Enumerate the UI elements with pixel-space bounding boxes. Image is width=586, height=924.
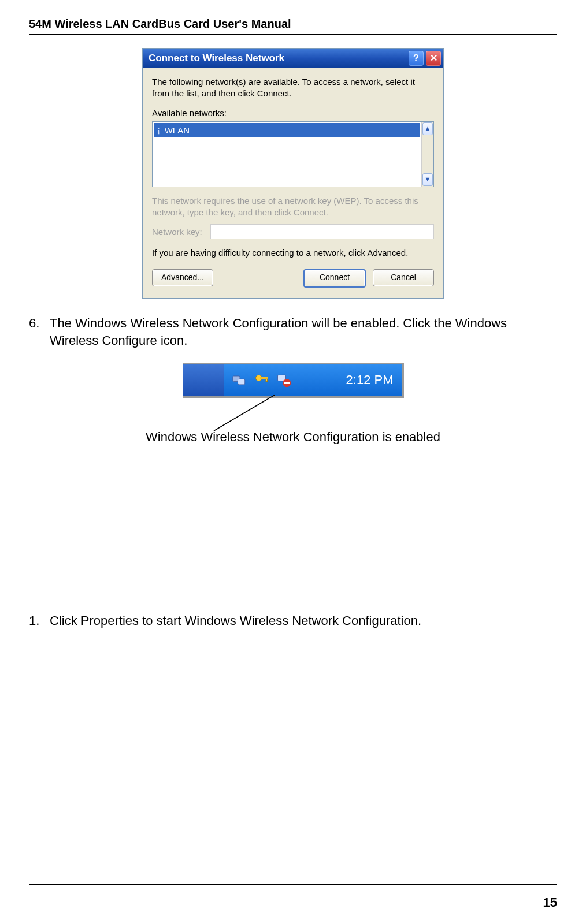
close-button[interactable]: ✕ (426, 51, 441, 66)
page-header-title: 54M Wireless LAN CardBus Card User's Man… (29, 17, 557, 31)
advanced-button[interactable]: Advanced... (152, 269, 213, 286)
list-scrollbar[interactable]: ▲ ▼ (421, 122, 433, 187)
system-tray: 2:12 PM (224, 364, 402, 396)
step-1-number: 1. (29, 612, 44, 629)
svg-rect-4 (266, 379, 268, 381)
pointer-line (29, 398, 557, 432)
network-monitors-icon (232, 372, 248, 388)
taskbar-clock: 2:12 PM (346, 372, 394, 388)
security-keys-icon (254, 372, 270, 388)
connect-wireless-dialog: Connect to Wireless Network ? ✕ The foll… (142, 48, 444, 299)
dialog-title: Connect to Wireless Network (149, 53, 406, 64)
header-rule (29, 34, 557, 35)
available-networks-list[interactable]: ¡ WLAN ▲ ▼ (152, 121, 434, 187)
connect-button[interactable]: Connect (303, 269, 366, 288)
difficulty-text: If you are having difficulty connecting … (152, 247, 434, 259)
svg-line-8 (214, 395, 275, 431)
network-key-input[interactable] (210, 224, 434, 239)
dialog-intro-text: The following network(s) are available. … (152, 76, 434, 100)
network-list-item[interactable]: ¡ WLAN (154, 123, 420, 137)
page-number: 15 (543, 895, 557, 910)
svg-rect-3 (261, 377, 268, 379)
scroll-up-button[interactable]: ▲ (422, 122, 433, 135)
antenna-icon: ¡ (157, 125, 160, 135)
step-6-text: The Windows Wireless Network Configurati… (50, 315, 557, 349)
svg-rect-1 (238, 379, 244, 385)
taskbar-left (183, 364, 224, 396)
wep-note: This network requires the use of a netwo… (152, 195, 434, 219)
dialog-titlebar: Connect to Wireless Network ? ✕ (143, 49, 443, 68)
network-key-label: Network key: (152, 227, 202, 237)
help-button[interactable]: ? (409, 51, 424, 66)
wireless-disabled-icon (276, 372, 292, 388)
scroll-track[interactable] (422, 136, 433, 173)
step-6-number: 6. (29, 315, 44, 349)
taskbar-screenshot: 2:12 PM (183, 363, 404, 398)
cancel-button[interactable]: Cancel (373, 269, 434, 286)
footer-rule (29, 884, 557, 885)
step-1-text: Click Properties to start Windows Wirele… (50, 612, 557, 629)
step-1: 1. Click Properties to start Windows Wir… (29, 612, 557, 629)
step-6: 6. The Windows Wireless Network Configur… (29, 315, 557, 349)
scroll-down-button[interactable]: ▼ (422, 173, 433, 186)
svg-rect-7 (284, 382, 290, 384)
network-ssid: WLAN (165, 125, 190, 135)
available-networks-label: Available networks: (152, 108, 434, 118)
